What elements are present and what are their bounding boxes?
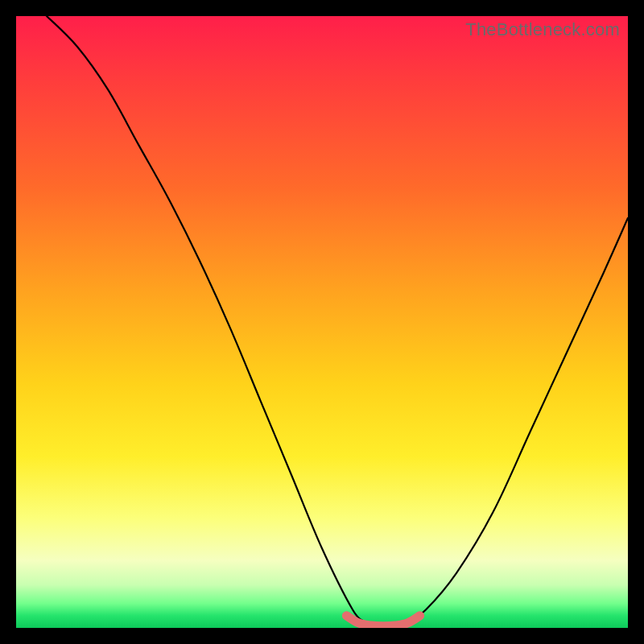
left-curve-path (47, 16, 365, 621)
curves-svg (16, 16, 628, 628)
plot-area: TheBottleneck.com (16, 16, 628, 628)
chart-frame: TheBottleneck.com (0, 0, 644, 644)
right-curve-path (407, 218, 628, 622)
